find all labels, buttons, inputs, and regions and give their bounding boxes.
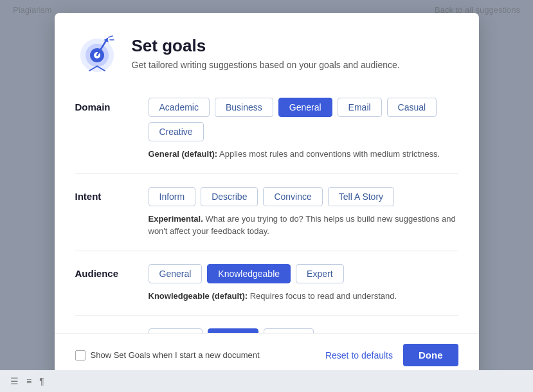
modal-subtitle: Get tailored writing suggestions based o…: [132, 60, 400, 70]
formality-neutral-button[interactable]: Neutral: [208, 328, 258, 333]
formality-content: Informal Neutral Formal: [149, 328, 458, 333]
intent-section: Intent Inform Describe Convince Tell A S…: [75, 174, 458, 251]
checkbox-text: Show Set Goals when I start a new docume…: [91, 350, 260, 360]
intent-note-bold: Experimental.: [149, 214, 203, 224]
set-goals-modal: Set goals Get tailored writing suggestio…: [55, 13, 479, 379]
audience-note: Knowledgeable (default): Requires focus …: [149, 290, 458, 303]
intent-describe-button[interactable]: Describe: [201, 187, 258, 206]
domain-general-button[interactable]: General: [278, 98, 332, 117]
domain-note-bold: General (default):: [149, 149, 218, 159]
domain-business-button[interactable]: Business: [215, 98, 273, 117]
audience-note-text: Requires focus to read and understand.: [248, 291, 397, 301]
audience-expert-button[interactable]: Expert: [296, 264, 343, 283]
domain-buttons: Academic Business General Email Casual C…: [149, 98, 458, 141]
modal-backdrop: Set goals Get tailored writing suggestio…: [0, 0, 533, 392]
formality-formal-button[interactable]: Formal: [264, 328, 314, 333]
intent-buttons: Inform Describe Convince Tell A Story: [149, 187, 458, 206]
modal-title: Set goals: [132, 36, 400, 56]
target-icon: [75, 31, 119, 75]
reset-to-defaults-button[interactable]: Reset to defaults: [325, 350, 393, 361]
audience-content: General Knowledgeable Expert Knowledgeab…: [149, 264, 458, 303]
footer-actions: Reset to defaults Done: [325, 344, 458, 366]
domain-academic-button[interactable]: Academic: [149, 98, 210, 117]
audience-section: Audience General Knowledgeable Expert Kn…: [75, 251, 458, 316]
show-set-goals-checkbox[interactable]: [75, 350, 86, 361]
domain-casual-button[interactable]: Casual: [387, 98, 437, 117]
formality-informal-button[interactable]: Informal: [149, 328, 203, 333]
intent-note: Experimental. What are you trying to do?…: [149, 213, 458, 238]
intent-inform-button[interactable]: Inform: [149, 187, 196, 206]
audience-buttons: General Knowledgeable Expert: [149, 264, 458, 283]
svg-line-6: [109, 36, 113, 37]
audience-note-bold: Knowledgeable (default):: [149, 291, 248, 301]
domain-note: General (default): Applies most rules an…: [149, 148, 458, 161]
modal-header-text: Set goals Get tailored writing suggestio…: [132, 36, 400, 70]
modal-header: Set goals Get tailored writing suggestio…: [55, 13, 479, 85]
intent-tell-a-story-button[interactable]: Tell A Story: [328, 187, 394, 206]
domain-note-text: Applies most rules and conventions with …: [217, 149, 440, 159]
formality-buttons: Informal Neutral Formal: [149, 328, 458, 333]
domain-content: Academic Business General Email Casual C…: [149, 98, 458, 161]
audience-label: Audience: [75, 264, 133, 279]
audience-knowledgeable-button[interactable]: Knowledgeable: [207, 264, 291, 283]
paragraph-icon: ¶: [39, 376, 44, 386]
formality-label: Formality: [75, 328, 133, 333]
intent-convince-button[interactable]: Convince: [263, 187, 322, 206]
done-button[interactable]: Done: [403, 344, 458, 366]
intent-label: Intent: [75, 187, 133, 202]
domain-section: Domain Academic Business General Email C…: [75, 85, 458, 174]
modal-body: Domain Academic Business General Email C…: [55, 85, 479, 333]
formality-section: Formality Informal Neutral Formal: [75, 316, 458, 333]
list-icon: ☰: [10, 376, 19, 386]
intent-content: Inform Describe Convince Tell A Story Ex…: [149, 187, 458, 238]
audience-general-button[interactable]: General: [149, 264, 203, 283]
domain-creative-button[interactable]: Creative: [149, 122, 204, 141]
domain-email-button[interactable]: Email: [338, 98, 382, 117]
bottom-toolbar: ☰ ≡ ¶: [0, 370, 533, 392]
show-set-goals-checkbox-label[interactable]: Show Set Goals when I start a new docume…: [75, 350, 260, 361]
domain-label: Domain: [75, 98, 133, 112]
list-bullets-icon: ≡: [26, 376, 32, 386]
